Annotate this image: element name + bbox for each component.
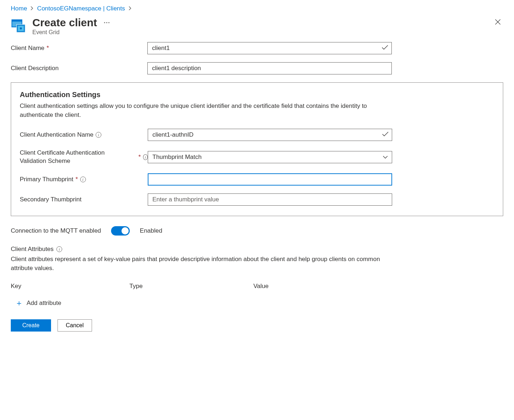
client-attributes-label: Client Attributes i (11, 246, 503, 253)
info-icon[interactable]: i (143, 154, 148, 160)
required-indicator: * (47, 45, 49, 52)
chevron-right-icon (31, 6, 33, 12)
validation-scheme-select[interactable]: Thumbprint Match (148, 151, 392, 163)
breadcrumb-namespace[interactable]: ContosoEGNamespace | Clients (37, 5, 125, 12)
mqtt-toggle-row: Connection to the MQTT enabled Enabled (11, 226, 503, 236)
secondary-thumbprint-label: Secondary Thumbprint (20, 196, 148, 203)
footer-actions: Create Cancel (11, 319, 503, 332)
breadcrumb-home[interactable]: Home (11, 5, 27, 12)
cancel-button[interactable]: Cancel (58, 319, 92, 332)
column-key: Key (11, 283, 129, 290)
close-icon (495, 19, 501, 25)
client-description-label: Client Description (11, 65, 147, 72)
validation-scheme-label: Client Certificate Authentication Valida… (20, 149, 148, 165)
client-name-label: Client Name* (11, 45, 147, 52)
validation-scheme-row: Client Certificate Authentication Valida… (20, 149, 494, 165)
primary-thumbprint-label: Primary Thumbprint* i (20, 176, 148, 183)
client-name-input[interactable] (147, 42, 392, 54)
primary-thumbprint-input[interactable] (148, 173, 392, 186)
authentication-settings-box: Authentication Settings Client authentic… (11, 82, 503, 216)
plus-icon: ＋ (15, 299, 23, 307)
auth-name-row: Client Authentication Name i (20, 129, 494, 141)
client-description-input[interactable] (147, 62, 392, 74)
auth-settings-description: Client authentication settings allow you… (20, 102, 386, 119)
client-attributes-description: Client attributes represent a set of key… (11, 255, 392, 273)
create-button[interactable]: Create (11, 319, 51, 332)
add-attribute-button[interactable]: ＋ Add attribute (11, 299, 503, 307)
required-indicator: * (138, 153, 141, 161)
close-button[interactable] (492, 17, 503, 28)
column-type: Type (129, 283, 253, 290)
secondary-thumbprint-row: Secondary Thumbprint (20, 193, 494, 206)
primary-thumbprint-row: Primary Thumbprint* i (20, 173, 494, 186)
mqtt-label: Connection to the MQTT enabled (11, 227, 101, 234)
auth-name-label: Client Authentication Name i (20, 131, 148, 138)
info-icon[interactable]: i (80, 177, 86, 182)
column-value: Value (253, 283, 503, 290)
info-icon[interactable]: i (56, 246, 62, 252)
svg-point-4 (20, 27, 22, 29)
breadcrumb: Home ContosoEGNamespace | Clients (11, 0, 503, 14)
chevron-right-icon (129, 6, 132, 12)
mqtt-toggle[interactable] (111, 226, 130, 236)
client-name-row: Client Name* (11, 42, 503, 54)
auth-name-input[interactable] (148, 129, 392, 141)
required-indicator: * (75, 176, 78, 183)
page-subtitle: Event Grid (32, 29, 111, 36)
more-menu[interactable]: ⋯ (104, 19, 111, 26)
page-title: Create client (32, 17, 97, 28)
secondary-thumbprint-input[interactable] (148, 193, 392, 206)
auth-settings-title: Authentication Settings (20, 91, 494, 99)
resource-icon (11, 18, 27, 34)
page-header: Create client ⋯ Event Grid (11, 14, 503, 42)
attributes-table-header: Key Type Value (11, 283, 503, 290)
client-description-row: Client Description (11, 62, 503, 74)
mqtt-state-label: Enabled (140, 227, 162, 234)
info-icon[interactable]: i (96, 132, 101, 138)
